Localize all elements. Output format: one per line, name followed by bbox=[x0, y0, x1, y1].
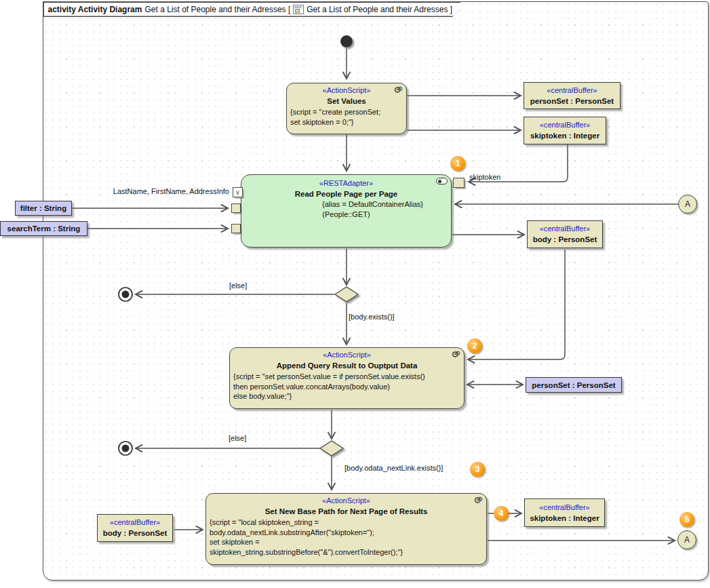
append-name: Append Query Result to Ouptput Data bbox=[230, 360, 464, 371]
gears-icon: ⚙⚙ bbox=[393, 85, 403, 94]
label-skiptoken: skiptoken bbox=[469, 173, 500, 181]
buffer-label: body : PersonSet bbox=[528, 234, 602, 245]
action-append-query[interactable]: «ActionScript» ⚙⚙ Append Query Result to… bbox=[229, 347, 465, 409]
action-set-new-base-path[interactable]: «ActionScript» ⚙⚙ Set New Base Path for … bbox=[205, 493, 487, 565]
label-body-exists: [body.exists()] bbox=[349, 313, 395, 321]
buffer-stereotype: «centralBuffer» bbox=[98, 517, 172, 528]
gears-icon: ⚙⚙ bbox=[473, 495, 483, 505]
initial-node[interactable] bbox=[340, 35, 353, 47]
buffer-stereotype: «centralBuffer» bbox=[528, 224, 602, 234]
rest-alias: {alias = DefaultContainerAlias} bbox=[241, 199, 451, 210]
buffer-label: skiptoken : Integer bbox=[524, 130, 606, 141]
action-rest-adapter[interactable]: «RESTAdapter» Read People Page per Page … bbox=[241, 174, 452, 248]
buffer-body-right[interactable]: «centralBuffer» body : PersonSet bbox=[527, 220, 603, 248]
buffer-label: personSet : PersonSet bbox=[524, 96, 620, 106]
step-badge-4[interactable]: 4 bbox=[494, 506, 509, 521]
decision-node-2[interactable] bbox=[320, 441, 343, 456]
connector-a-right[interactable]: A bbox=[678, 195, 697, 214]
param-personset[interactable]: personSet : PersonSet bbox=[526, 377, 622, 393]
append-script: {script = "set personSet.value = if pers… bbox=[230, 371, 464, 401]
param-personset-label: personSet : PersonSet bbox=[532, 381, 615, 389]
action-set-values[interactable]: «ActionScript» ⚙⚙ Set Values {script = "… bbox=[286, 83, 407, 134]
param-filter[interactable]: filter : String bbox=[15, 201, 72, 216]
newbase-script: {script = "local skiptoken_string = body… bbox=[206, 517, 486, 557]
buffer-stereotype: «centralBuffer» bbox=[525, 503, 604, 513]
step-badge-5[interactable]: 5 bbox=[679, 512, 694, 527]
buffer-stereotype: «centralBuffer» bbox=[524, 85, 620, 96]
pin-searchterm[interactable] bbox=[231, 224, 241, 233]
buffer-skiptoken-top[interactable]: «centralBuffer» skiptoken : Integer bbox=[524, 117, 606, 144]
connector-a-bottom[interactable]: A bbox=[677, 530, 696, 549]
step-badge-3[interactable]: 3 bbox=[470, 462, 485, 477]
param-filter-label: filter : String bbox=[20, 204, 66, 212]
append-stereotype: «ActionScript» bbox=[230, 350, 464, 360]
buffer-stereotype: «centralBuffer» bbox=[524, 120, 606, 130]
rest-name: Read People Page per Page bbox=[241, 189, 451, 199]
param-searchterm-label: searchTerm : String bbox=[7, 224, 81, 233]
rest-operation: (People::GET) bbox=[241, 210, 451, 220]
gears-icon: ⚙⚙ bbox=[451, 349, 460, 359]
newbase-stereotype: «ActionScript» bbox=[206, 496, 486, 506]
pin-skiptoken[interactable] bbox=[453, 178, 465, 188]
buffer-body-bottom[interactable]: «centralBuffer» body : PersonSet bbox=[97, 514, 173, 542]
rest-adapter-icon bbox=[436, 178, 448, 184]
newbase-name: Set New Base Path for Next Page of Resul… bbox=[206, 506, 486, 517]
set-values-script: {script = "create personSet; set skiptok… bbox=[287, 106, 406, 127]
pin-filter[interactable] bbox=[231, 203, 241, 213]
step-badge-1[interactable]: 1 bbox=[450, 156, 465, 171]
label-else-2: [else] bbox=[229, 434, 246, 442]
decision-node-1[interactable] bbox=[335, 287, 358, 302]
edge-body-buffer-to-append[interactable] bbox=[468, 250, 565, 359]
step-badge-2[interactable]: 2 bbox=[467, 338, 482, 353]
label-odata-nextlink: [body.odata_nextLink.exists()] bbox=[344, 464, 443, 472]
label-pin-fields: LastName, FirstName, AddressInfo bbox=[98, 187, 229, 195]
final-node-2[interactable] bbox=[119, 442, 132, 455]
rest-stereotype: «RESTAdapter» bbox=[241, 178, 451, 189]
set-values-name: Set Values bbox=[287, 96, 406, 106]
activity-diagram-canvas: activity Activity Diagram Get a List of … bbox=[0, 0, 710, 588]
buffer-personset-top[interactable]: «centralBuffer» personSet : PersonSet bbox=[524, 82, 620, 109]
buffer-label: skiptoken : Integer bbox=[525, 513, 604, 524]
buffer-label: body : PersonSet bbox=[98, 528, 172, 538]
param-searchterm[interactable]: searchTerm : String bbox=[0, 221, 87, 236]
buffer-skiptoken-bottom[interactable]: «centralBuffer» skiptoken : Integer bbox=[524, 498, 605, 527]
pin-v-icon[interactable]: ∨ bbox=[233, 187, 243, 197]
label-else-1: [else] bbox=[229, 281, 247, 290]
final-node-1[interactable] bbox=[119, 288, 132, 301]
set-values-stereotype: «ActionScript» bbox=[287, 85, 406, 96]
